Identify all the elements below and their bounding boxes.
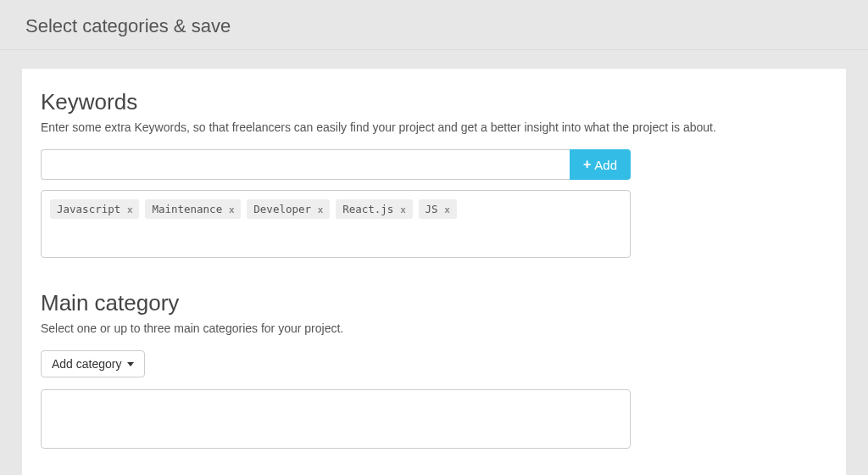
plus-icon: + [583, 158, 591, 171]
keyword-tag: JS x [419, 199, 457, 219]
main-category-section: Main category Select one or up to three … [41, 290, 827, 449]
add-category-dropdown[interactable]: Add category [41, 350, 145, 377]
tag-label: Maintenance [152, 203, 222, 215]
keyword-tag: React.js x [336, 199, 412, 219]
remove-tag-icon[interactable]: x [127, 204, 132, 215]
add-button-label: Add [594, 158, 617, 172]
tag-label: Javascript [57, 203, 120, 215]
remove-tag-icon[interactable]: x [229, 204, 234, 215]
keywords-description: Enter some extra Keywords, so that freel… [41, 120, 827, 134]
tag-label: Developer [253, 203, 311, 215]
tag-label: JS [426, 203, 438, 215]
keyword-tag: Maintenance x [145, 199, 241, 219]
keywords-section: Keywords Enter some extra Keywords, so t… [41, 89, 827, 258]
remove-tag-icon[interactable]: x [318, 204, 323, 215]
page-title: Select categories & save [0, 0, 868, 50]
content-panel: Keywords Enter some extra Keywords, so t… [22, 69, 846, 475]
caret-down-icon [127, 362, 134, 366]
category-box [41, 389, 631, 449]
keyword-input-row: + Add [41, 149, 631, 180]
keywords-heading: Keywords [41, 89, 827, 115]
remove-tag-icon[interactable]: x [400, 204, 405, 215]
main-category-heading: Main category [41, 290, 827, 316]
keyword-tags-box: Javascript x Maintenance x Developer x R… [41, 190, 631, 258]
remove-tag-icon[interactable]: x [445, 204, 450, 215]
main-category-description: Select one or up to three main categorie… [41, 321, 827, 335]
tag-label: React.js [342, 203, 393, 215]
keyword-tag: Developer x [247, 199, 330, 219]
add-keyword-button[interactable]: + Add [570, 149, 631, 180]
keyword-tag: Javascript x [50, 199, 139, 219]
keyword-input[interactable] [41, 149, 570, 180]
dropdown-label: Add category [52, 357, 122, 371]
